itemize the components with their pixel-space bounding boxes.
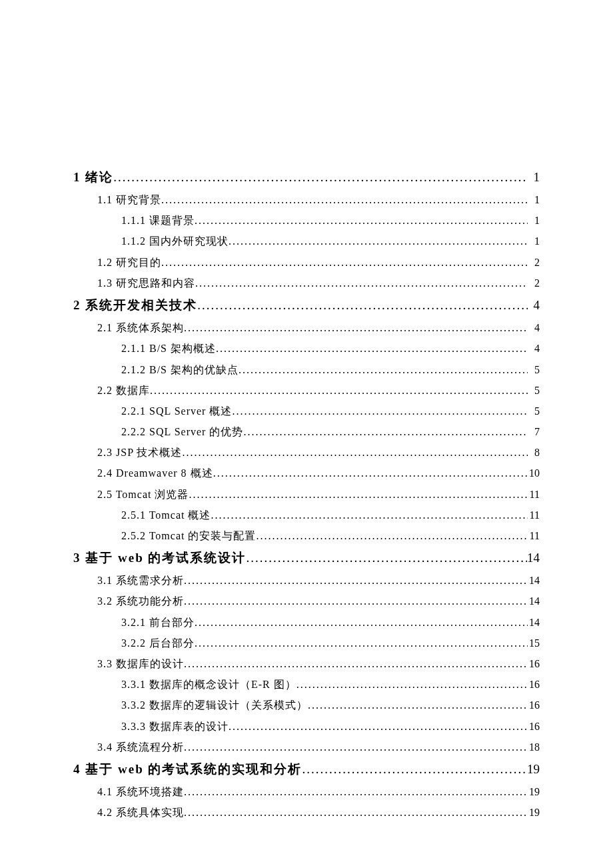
toc-entry-page: 16 bbox=[528, 653, 540, 674]
toc-entry: 3.4 系统流程分析18 bbox=[73, 737, 540, 757]
toc-entry: 2.2.1 SQL Server 概述5 bbox=[73, 401, 540, 421]
toc-leader bbox=[308, 695, 528, 715]
toc-entry-page: 5 bbox=[528, 380, 540, 401]
toc-leader bbox=[243, 421, 528, 442]
toc-entry-page: 1 bbox=[528, 231, 540, 251]
toc-entry-label: 1 绪论 bbox=[73, 165, 113, 189]
toc-entry: 3.3 数据库的设计16 bbox=[73, 653, 540, 674]
toc-entry-label: 1.1 研究背景 bbox=[97, 189, 161, 210]
toc-entry-label: 2.5.2 Tomcat 的安装与配置 bbox=[121, 525, 256, 546]
toc-entry-page: 1 bbox=[528, 210, 540, 231]
toc-leader bbox=[229, 716, 528, 737]
toc-entry-label: 3.2 系统功能分析 bbox=[97, 591, 184, 611]
toc-entry-page: 14 bbox=[527, 546, 540, 570]
toc-leader bbox=[197, 293, 528, 317]
toc-entry: 1.1.1 课题背景1 bbox=[73, 210, 540, 231]
toc-entry-page: 18 bbox=[528, 737, 540, 757]
toc-entry: 2 系统开发相关技术4 bbox=[73, 293, 540, 317]
toc-entry-page: 16 bbox=[528, 674, 540, 695]
toc-leader bbox=[113, 165, 528, 189]
toc-entry-label: 2.3 JSP 技术概述 bbox=[97, 442, 182, 463]
toc-entry-label: 4.2 系统具体实现 bbox=[97, 802, 184, 823]
toc-leader bbox=[211, 505, 528, 525]
toc-leader bbox=[184, 591, 528, 611]
toc-entry-label: 2.4 Dreamwaver 8 概述 bbox=[97, 463, 213, 483]
toc-entry: 1.1 研究背景1 bbox=[73, 189, 540, 210]
toc-entry: 2.5.2 Tomcat 的安装与配置11 bbox=[73, 525, 540, 546]
toc-leader bbox=[184, 737, 528, 757]
toc-entry-label: 2 系统开发相关技术 bbox=[73, 293, 197, 317]
toc-entry-page: 4 bbox=[528, 293, 540, 317]
toc-entry-page: 19 bbox=[528, 781, 540, 802]
toc-entry: 4.2 系统具体实现19 bbox=[73, 802, 540, 823]
toc-entry: 2.1.1 B/S 架构概述4 bbox=[73, 338, 540, 359]
toc-entry: 3.1 系统需求分析14 bbox=[73, 570, 540, 591]
toc-entry-label: 1.3 研究思路和内容 bbox=[97, 273, 195, 293]
toc-entry: 1.2 研究目的2 bbox=[73, 252, 540, 273]
toc-entry: 3 基于 web 的考试系统设计14 bbox=[73, 546, 540, 570]
toc-entry-page: 14 bbox=[528, 591, 540, 611]
toc-entry: 4 基于 web 的考试系统的实现和分析19 bbox=[73, 757, 540, 781]
toc-entry-label: 3.3.1 数据库的概念设计（E-R 图） bbox=[121, 674, 297, 695]
toc-entry: 2.2 数据库5 bbox=[73, 380, 540, 401]
toc-leader bbox=[213, 463, 528, 483]
toc-entry-label: 1.2 研究目的 bbox=[97, 252, 161, 273]
toc-entry: 2.1 系统体系架构4 bbox=[73, 317, 540, 338]
toc-leader bbox=[302, 757, 527, 781]
toc-entry-page: 1 bbox=[528, 189, 540, 210]
toc-leader bbox=[229, 231, 528, 251]
toc-entry: 2.2.2 SQL Server 的优势7 bbox=[73, 421, 540, 442]
toc-entry-page: 2 bbox=[528, 273, 540, 293]
toc-entry: 2.3 JSP 技术概述8 bbox=[73, 442, 540, 463]
toc-entry: 3.3.1 数据库的概念设计（E-R 图）16 bbox=[73, 674, 540, 695]
toc-entry-label: 4.1 系统环境搭建 bbox=[97, 781, 184, 802]
toc-entry-page: 8 bbox=[528, 442, 540, 463]
toc-entry-label: 2.5 Tomcat 浏览器 bbox=[97, 484, 189, 505]
toc-leader bbox=[161, 252, 528, 273]
toc-entry: 3.3.3 数据库表的设计16 bbox=[73, 716, 540, 737]
toc-entry-label: 2.5.1 Tomcat 概述 bbox=[121, 505, 211, 525]
toc-entry: 3.2.1 前台部分14 bbox=[73, 612, 540, 633]
toc-leader bbox=[182, 442, 528, 463]
toc-entry-page: 19 bbox=[528, 802, 540, 823]
toc-entry: 2.4 Dreamwaver 8 概述10 bbox=[73, 463, 540, 483]
toc-entry-label: 3.4 系统流程分析 bbox=[97, 737, 184, 757]
toc-entry-page: 16 bbox=[528, 716, 540, 737]
toc-entry-page: 10 bbox=[528, 463, 540, 483]
toc-leader bbox=[184, 653, 528, 674]
toc-entry: 2.5.1 Tomcat 概述11 bbox=[73, 505, 540, 525]
toc-entry-label: 1.1.2 国内外研究现状 bbox=[121, 231, 229, 251]
toc-entry-label: 4 基于 web 的考试系统的实现和分析 bbox=[73, 757, 302, 781]
toc-entry-label: 3.3.2 数据库的逻辑设计（关系模式） bbox=[121, 695, 308, 715]
toc-leader bbox=[195, 210, 528, 231]
toc-entry-label: 3.1 系统需求分析 bbox=[97, 570, 184, 591]
toc-leader bbox=[195, 633, 528, 653]
toc-entry: 3.2.2 后台部分15 bbox=[73, 633, 540, 653]
toc-entry-label: 3.3.3 数据库表的设计 bbox=[121, 716, 229, 737]
toc-entry: 1.1.2 国内外研究现状1 bbox=[73, 231, 540, 251]
toc-leader bbox=[232, 401, 528, 421]
toc-leader bbox=[150, 380, 528, 401]
toc-entry-page: 14 bbox=[528, 612, 540, 633]
toc-leader bbox=[189, 484, 528, 505]
toc-entry-label: 2.1 系统体系架构 bbox=[97, 317, 184, 338]
toc-entry: 2.5 Tomcat 浏览器11 bbox=[73, 484, 540, 505]
toc-leader bbox=[195, 273, 528, 293]
toc-entry-page: 16 bbox=[528, 695, 540, 715]
toc-entry-page: 2 bbox=[528, 252, 540, 273]
toc-leader bbox=[184, 570, 528, 591]
toc-entry-label: 2.2.2 SQL Server 的优势 bbox=[121, 421, 243, 442]
toc-entry-label: 2.1.2 B/S 架构的优缺点 bbox=[121, 359, 239, 380]
toc-entry: 1.3 研究思路和内容2 bbox=[73, 273, 540, 293]
toc-entry-page: 1 bbox=[528, 165, 540, 189]
toc-leader bbox=[184, 781, 528, 802]
toc-entry: 3.2 系统功能分析14 bbox=[73, 591, 540, 611]
toc-entry-page: 11 bbox=[528, 484, 540, 505]
toc-entry-page: 4 bbox=[528, 317, 540, 338]
toc-entry-label: 3.2.2 后台部分 bbox=[121, 633, 195, 653]
table-of-contents: 1 绪论11.1 研究背景11.1.1 课题背景11.1.2 国内外研究现状11… bbox=[73, 165, 540, 823]
toc-entry-page: 14 bbox=[528, 570, 540, 591]
toc-entry-page: 11 bbox=[528, 505, 540, 525]
toc-entry-page: 19 bbox=[527, 757, 540, 781]
toc-leader bbox=[195, 612, 528, 633]
